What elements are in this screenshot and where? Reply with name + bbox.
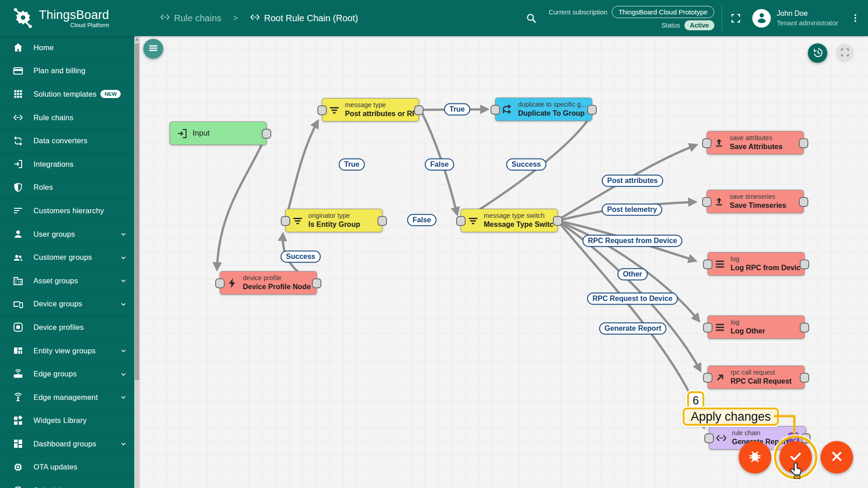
node-port-right[interactable] bbox=[799, 138, 808, 148]
version-history-button[interactable] bbox=[808, 43, 827, 63]
node-type-label: message type switch bbox=[484, 212, 553, 220]
sidebar-item-home[interactable]: Home bbox=[0, 36, 134, 60]
sidebar-item-customers-hierarchy[interactable]: Customers hierarchy bbox=[0, 199, 134, 223]
chevron-down-icon[interactable] bbox=[119, 300, 128, 309]
node-port-left[interactable] bbox=[703, 259, 712, 269]
edge-label-success[interactable]: Success bbox=[506, 159, 547, 171]
sidebar-scrollbar[interactable] bbox=[134, 36, 140, 488]
history-icon bbox=[812, 47, 824, 60]
sidebar-item-rule-chains[interactable]: Rule chains bbox=[0, 106, 134, 130]
sidebar-item-data-converters[interactable]: Data converters bbox=[0, 129, 134, 153]
logo[interactable]: ThingsBoard Cloud Platform bbox=[0, 6, 134, 30]
scrollbar-up-arrow[interactable] bbox=[135, 38, 139, 41]
node-port-left[interactable] bbox=[281, 216, 290, 226]
node-save-attributes[interactable]: save attributesSave Attributes bbox=[707, 131, 804, 155]
node-port-right[interactable] bbox=[312, 278, 321, 288]
cancel-changes-button[interactable] bbox=[821, 441, 853, 474]
node-name-label: Log RPC from Device bbox=[731, 263, 800, 272]
edge-label-rpc-request-to-device[interactable]: RPC Request to Device bbox=[587, 293, 678, 305]
breadcrumb-rule-chains[interactable]: Rule chains bbox=[160, 12, 222, 25]
node-device-profile[interactable]: device profileDevice Profile Node bbox=[220, 271, 317, 295]
apply-changes-button[interactable] bbox=[779, 441, 812, 474]
user-info[interactable]: John Doe Tenant administrator bbox=[777, 9, 838, 27]
edge-label-post-attributes[interactable]: Post attributes bbox=[602, 175, 663, 187]
search-icon[interactable] bbox=[525, 12, 537, 24]
node-port-left[interactable] bbox=[702, 197, 712, 207]
node-port-right[interactable] bbox=[799, 197, 808, 207]
rule-chain-icon bbox=[160, 12, 170, 25]
edge-label-false[interactable]: False bbox=[407, 214, 437, 226]
sidebar-item-customer-groups[interactable]: Customer groups bbox=[0, 246, 134, 269]
sidebar-item-edge-groups[interactable]: Edge groups bbox=[0, 362, 134, 386]
node-port-left[interactable] bbox=[317, 105, 327, 115]
edge-label-post-telemetry[interactable]: Post telemetry bbox=[602, 204, 662, 216]
edge-label-rpc-request-from-device[interactable]: RPC Request from Device bbox=[582, 235, 682, 247]
node-rpc-call-request[interactable]: rpc call requestRPC Call Request bbox=[708, 366, 805, 389]
chevron-down-icon[interactable] bbox=[119, 253, 128, 262]
node-port-right[interactable] bbox=[262, 129, 271, 139]
node-port-left[interactable] bbox=[704, 433, 714, 443]
subscription-plan-button[interactable]: ThingsBoard Cloud Prototype bbox=[612, 6, 714, 18]
edge-label-true[interactable]: True bbox=[339, 159, 365, 171]
node-log-rpc-from-device[interactable]: logLog RPC from Device bbox=[708, 252, 805, 276]
node-originator-type[interactable]: originator typeIs Entity Group bbox=[285, 209, 382, 232]
chevron-down-icon[interactable] bbox=[119, 276, 128, 285]
node-filter-message-type[interactable]: message typePost attributes or RP... bbox=[322, 98, 419, 122]
node-port-right[interactable] bbox=[377, 216, 387, 226]
canvas-fullscreen-button[interactable] bbox=[835, 44, 854, 62]
sidebar-item-integrations[interactable]: Integrations bbox=[0, 153, 134, 176]
node-port-right[interactable] bbox=[800, 259, 809, 269]
thingsboard-logo-icon bbox=[11, 6, 35, 30]
node-port-right[interactable] bbox=[587, 105, 597, 115]
node-port-left[interactable] bbox=[215, 278, 225, 288]
sidebar-item-edge-management[interactable]: Edge management bbox=[0, 386, 134, 409]
edge-label-other[interactable]: Other bbox=[618, 268, 648, 281]
status-badge[interactable]: Active bbox=[684, 20, 714, 30]
node-port-left[interactable] bbox=[703, 373, 712, 383]
sidebar-item-asset-groups[interactable]: Asset groups bbox=[0, 269, 134, 293]
edge-connection[interactable] bbox=[286, 121, 318, 218]
node-port-right[interactable] bbox=[414, 105, 424, 115]
edge-connection[interactable] bbox=[217, 134, 267, 269]
node-input[interactable]: Input bbox=[170, 122, 267, 145]
sidebar-item-plan-and-billing[interactable]: Plan and billing bbox=[0, 60, 134, 83]
chevron-down-icon[interactable] bbox=[119, 439, 128, 448]
node-port-left[interactable] bbox=[491, 105, 500, 115]
node-port-right[interactable] bbox=[800, 373, 809, 383]
node-port-right[interactable] bbox=[801, 433, 811, 443]
sidebar-item-user-groups[interactable]: User groups bbox=[0, 223, 134, 246]
sidebar-item-device-profiles[interactable]: Device profiles bbox=[0, 316, 134, 339]
node-port-right[interactable] bbox=[553, 216, 562, 226]
sidebar-item-device-groups[interactable]: Device groups bbox=[0, 293, 134, 316]
node-port-right[interactable] bbox=[800, 323, 809, 333]
edge-label-generate-report[interactable]: Generate Report bbox=[599, 323, 666, 335]
edge-label-false[interactable]: False bbox=[425, 159, 454, 171]
node-save-timeseries[interactable]: save timeseriesSave Timeseries bbox=[707, 190, 804, 213]
sidebar-nav: HomePlan and billingSolution templatesNE… bbox=[0, 36, 134, 488]
edge-label-true[interactable]: True bbox=[444, 103, 470, 116]
sidebar-item-dashboard-groups[interactable]: Dashboard groups bbox=[0, 432, 134, 456]
canvas-menu-button[interactable] bbox=[143, 39, 163, 59]
node-port-left[interactable] bbox=[703, 323, 712, 333]
node-duplicate-to-group[interactable]: duplicate to specific g...Duplicate To G… bbox=[495, 98, 592, 121]
sidebar-item-widgets-library[interactable]: Widgets Library bbox=[0, 409, 134, 433]
sidebar-item-roles[interactable]: Roles bbox=[0, 176, 134, 200]
chevron-down-icon[interactable] bbox=[119, 230, 128, 239]
debug-mode-button[interactable] bbox=[739, 441, 771, 474]
chevron-down-icon[interactable] bbox=[119, 370, 128, 379]
sidebar-item-entity-view-groups[interactable]: Entity view groups bbox=[0, 339, 134, 363]
more-menu-icon[interactable] bbox=[850, 13, 861, 23]
avatar[interactable] bbox=[752, 9, 771, 28]
chevron-down-icon[interactable] bbox=[119, 346, 128, 355]
sidebar-item-solution-templates[interactable]: Solution templatesNEW bbox=[0, 83, 134, 106]
node-port-left[interactable] bbox=[456, 216, 466, 226]
sidebar-item-ota-updates[interactable]: OTA updates bbox=[0, 456, 134, 479]
node-log-other[interactable]: logLog Other bbox=[708, 315, 805, 339]
node-port-left[interactable] bbox=[702, 138, 712, 148]
sidebar-item-scheduler[interactable]: Scheduler bbox=[0, 479, 134, 488]
edge-label-success[interactable]: Success bbox=[281, 251, 321, 263]
header-fullscreen-icon[interactable] bbox=[730, 13, 741, 24]
scrollbar-thumb[interactable] bbox=[135, 43, 139, 380]
chevron-down-icon[interactable] bbox=[119, 393, 128, 402]
node-message-type-switch[interactable]: message type switchMessage Type Switch bbox=[461, 209, 558, 232]
